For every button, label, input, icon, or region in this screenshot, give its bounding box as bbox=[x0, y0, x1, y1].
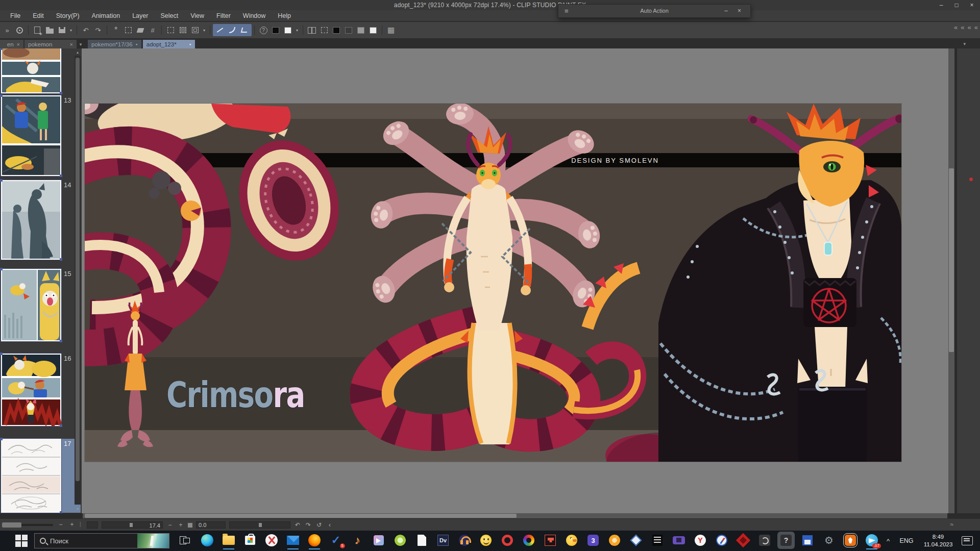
palette-close-icon[interactable]: × bbox=[738, 7, 741, 14]
fox-shield-icon[interactable] bbox=[736, 533, 750, 547]
lime-app-icon[interactable] bbox=[393, 533, 407, 547]
tab-partial[interactable]: en × bbox=[0, 40, 23, 48]
tab-pokemon[interactable]: pokemon × bbox=[24, 40, 77, 48]
yandex-icon[interactable]: Y bbox=[693, 533, 707, 547]
page-thumbnail[interactable] bbox=[1, 180, 61, 260]
save-icon[interactable] bbox=[56, 24, 68, 36]
page-panel-scroll-down-icon[interactable]: ▾ bbox=[75, 506, 81, 512]
zoom-slider[interactable]: 17.4 bbox=[102, 521, 163, 529]
language-indicator[interactable]: ENG bbox=[895, 537, 918, 544]
edge-icon[interactable] bbox=[200, 533, 214, 547]
snap-angle-icon[interactable] bbox=[238, 24, 251, 36]
tray-expand-icon[interactable]: ^ bbox=[881, 537, 895, 545]
gba-emulator-icon[interactable] bbox=[672, 533, 686, 547]
page-thumbnail[interactable] bbox=[1, 354, 61, 426]
emoji-app-icon[interactable] bbox=[479, 533, 493, 547]
page-thumbnail-row[interactable]: 14 bbox=[1, 180, 81, 260]
horizontal-scroll-thumb[interactable] bbox=[85, 514, 517, 518]
page-thumbnail-row-selected[interactable]: 17 bbox=[1, 439, 81, 513]
paper-white-chip[interactable] bbox=[367, 24, 379, 36]
menu-view[interactable]: View bbox=[184, 10, 210, 21]
frame-border-icon[interactable] bbox=[189, 24, 201, 36]
close-icon[interactable]: × bbox=[968, 2, 976, 9]
taskbar-search-box[interactable]: Поиск bbox=[34, 533, 169, 548]
collapse-statusbar-icon[interactable]: ‹ bbox=[326, 521, 333, 529]
file-explorer-icon[interactable] bbox=[222, 533, 236, 547]
reset-rotation-icon[interactable]: ↺ bbox=[315, 521, 323, 529]
foreground-color-chip[interactable] bbox=[270, 24, 282, 36]
canvas-artwork[interactable]: DESIGN BY SMOLEVN Crimsora bbox=[85, 104, 901, 462]
clip-studio-paint-icon[interactable]: ? bbox=[779, 533, 793, 547]
vertical-scroll-thumb[interactable] bbox=[949, 168, 954, 352]
tab-list-chevron-icon[interactable]: ▾ bbox=[77, 40, 85, 48]
page-thumbnail-row[interactable]: 13 bbox=[1, 95, 81, 176]
help-icon[interactable]: ? bbox=[257, 24, 270, 36]
collapse-dock-icon[interactable]: « bbox=[974, 23, 978, 31]
tab-close-icon[interactable]: × bbox=[70, 41, 73, 47]
snap-ruler-icon[interactable] bbox=[214, 24, 226, 36]
notepad-icon[interactable] bbox=[414, 533, 429, 547]
page-thumbnail[interactable] bbox=[1, 439, 61, 513]
undo-icon[interactable]: ↶ bbox=[80, 24, 92, 36]
menu-filter[interactable]: Filter bbox=[210, 10, 237, 21]
tab-adopt-active[interactable]: adopt_123* ● bbox=[143, 40, 195, 48]
firefox-icon[interactable] bbox=[307, 533, 322, 547]
menu-window[interactable]: Window bbox=[237, 10, 272, 21]
zoom-in-icon[interactable]: + bbox=[177, 521, 184, 529]
rotation-slider[interactable] bbox=[229, 521, 290, 529]
page-dashed-icon[interactable] bbox=[318, 24, 330, 36]
new-document-icon[interactable] bbox=[31, 24, 43, 36]
page-thumbnail[interactable] bbox=[1, 269, 61, 341]
toolbar-overflow-icon[interactable]: » bbox=[1, 24, 13, 36]
duck-app-icon[interactable] bbox=[565, 533, 579, 547]
crop-icon[interactable]: # bbox=[146, 24, 159, 36]
nav-box[interactable] bbox=[87, 521, 98, 529]
menu-layer[interactable]: Layer bbox=[126, 10, 154, 21]
tab-pokemon-pages[interactable]: pokemon*17/36 ● bbox=[88, 40, 141, 48]
maximize-icon[interactable]: □ bbox=[952, 2, 961, 9]
davinci-icon[interactable]: Dv bbox=[436, 533, 450, 547]
color-swirl-icon[interactable] bbox=[522, 533, 536, 547]
select-fill-icon[interactable] bbox=[177, 24, 189, 36]
page-panel-scrollbar[interactable] bbox=[75, 56, 81, 505]
facing-pages-icon[interactable] bbox=[306, 24, 318, 36]
page-panel-zoom-slider[interactable] bbox=[2, 524, 53, 526]
opera-icon[interactable] bbox=[500, 533, 514, 547]
menu-help[interactable]: Help bbox=[272, 10, 297, 21]
taskbar-clock[interactable]: 8:49 11.04.2023 bbox=[918, 533, 959, 548]
menu-animation[interactable]: Animation bbox=[86, 10, 127, 21]
redo-icon[interactable]: ↷ bbox=[92, 24, 104, 36]
zoom-out-icon[interactable]: − bbox=[166, 521, 174, 529]
page-thumbnail[interactable] bbox=[1, 48, 61, 93]
auto-action-palette[interactable]: ≡ Auto Action – × bbox=[558, 4, 751, 18]
floppy-app-icon[interactable] bbox=[800, 533, 815, 547]
action-center-icon[interactable] bbox=[962, 536, 973, 545]
menu-file[interactable]: File bbox=[4, 10, 27, 21]
tab-close-icon[interactable]: × bbox=[17, 41, 20, 47]
paint-pen-icon[interactable] bbox=[843, 533, 857, 547]
grid-icon[interactable]: ▦ bbox=[385, 24, 397, 36]
menu-edit[interactable]: Edit bbox=[27, 10, 50, 21]
mail-icon[interactable] bbox=[286, 533, 300, 547]
menu-story[interactable]: Story(P) bbox=[50, 10, 86, 21]
rotation-value[interactable]: 0.0 bbox=[196, 521, 226, 529]
audacity-icon[interactable] bbox=[457, 533, 472, 547]
delete-selection-icon[interactable] bbox=[122, 24, 134, 36]
canvas-horizontal-scrollbar[interactable] bbox=[83, 513, 947, 518]
select-dropdown-icon[interactable]: ▾ bbox=[201, 24, 207, 36]
pixel-robot-icon[interactable] bbox=[543, 533, 557, 547]
share-icon[interactable] bbox=[372, 533, 386, 547]
diamond-app-icon[interactable] bbox=[629, 533, 643, 547]
page-thumbnail-row[interactable]: 16 bbox=[1, 354, 81, 426]
eraser-icon[interactable] bbox=[134, 24, 146, 36]
page-panel-scroll-up-icon[interactable]: ▴ bbox=[75, 49, 81, 56]
fit-screen-icon[interactable] bbox=[188, 523, 192, 528]
tabbar-overflow-icon[interactable]: ▾ bbox=[963, 39, 966, 48]
settings-gear-icon[interactable]: ⚙ bbox=[822, 533, 836, 547]
background-color-chip[interactable] bbox=[282, 24, 294, 36]
panel-zoom-in-icon[interactable]: + bbox=[68, 521, 76, 528]
compass-app-icon[interactable] bbox=[715, 533, 729, 547]
paper-gray-chip[interactable] bbox=[355, 24, 367, 36]
collapse-dock-icon[interactable]: « bbox=[954, 23, 958, 31]
save-dropdown-icon[interactable]: ▾ bbox=[68, 24, 74, 36]
